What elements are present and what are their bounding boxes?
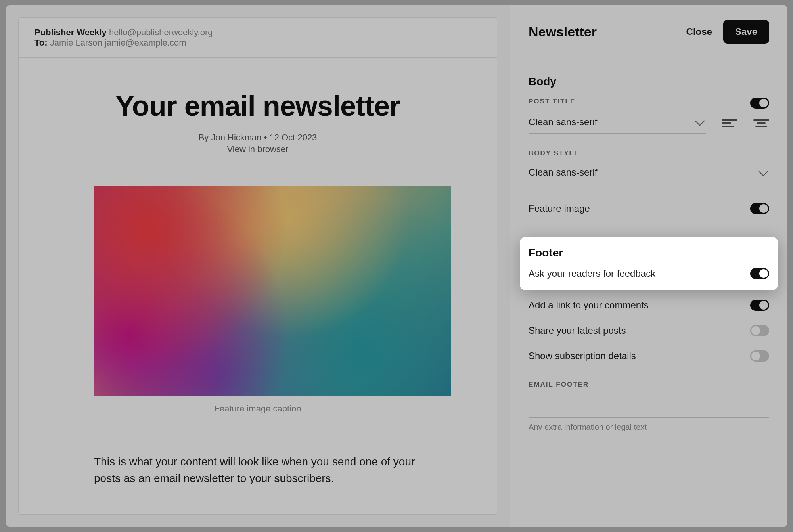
align-left-button[interactable]	[722, 115, 737, 131]
body-preview-text: This is what your content will look like…	[94, 454, 421, 487]
chevron-down-icon	[758, 166, 768, 176]
latest-posts-toggle[interactable]	[750, 325, 769, 336]
footer-item-label: Ask your readers for feedback	[529, 268, 655, 279]
post-title-font-value: Clean sans-serif	[529, 117, 597, 128]
byline: By Jon Hickman • 12 Oct 2023	[94, 132, 421, 143]
from-name: Publisher Weekly	[34, 27, 107, 37]
post-title-label: POST TITLE	[529, 98, 742, 105]
from-email: hello@publisherweekly.org	[109, 27, 213, 37]
view-in-browser-link[interactable]: View in browser	[94, 144, 421, 155]
save-button[interactable]: Save	[723, 20, 769, 44]
email-footer-input[interactable]	[529, 394, 769, 418]
footer-section-heading: Footer	[529, 247, 769, 259]
email-footer-label: EMAIL FOOTER	[529, 381, 769, 388]
footer-item-label: Add a link to your comments	[529, 300, 649, 311]
footer-item-label: Show subscription details	[529, 350, 636, 362]
feature-image-caption: Feature image caption	[94, 404, 421, 414]
feature-image-label: Feature image	[529, 203, 590, 214]
body-section-heading: Body	[529, 75, 769, 88]
feedback-toggle[interactable]	[750, 268, 769, 279]
body-style-font-select[interactable]: Clean sans-serif	[529, 163, 769, 184]
comments-link-toggle[interactable]	[750, 300, 769, 311]
to-label: To:	[34, 38, 48, 48]
to-email: jamie@example.com	[105, 38, 186, 48]
settings-panel: Newsletter Close Save Body POST TITLE	[510, 5, 787, 527]
feature-image	[94, 186, 451, 396]
footer-section-highlight: Footer Ask your readers for feedback	[520, 237, 778, 290]
email-header: Publisher Weekly hello@publisherweekly.o…	[19, 18, 497, 58]
to-name: Jamie Larson	[50, 38, 102, 48]
email-preview-pane: Publisher Weekly hello@publisherweekly.o…	[6, 5, 510, 527]
close-button[interactable]: Close	[686, 26, 712, 37]
body-style-font-value: Clean sans-serif	[529, 167, 597, 178]
post-title-font-select[interactable]: Clean sans-serif	[529, 113, 706, 134]
body-section: Body POST TITLE Clean sans-serif	[529, 75, 769, 221]
chevron-down-icon	[695, 116, 705, 126]
email-preview-card: Publisher Weekly hello@publisherweekly.o…	[18, 17, 497, 515]
newsletter-title: Your email newsletter	[94, 90, 421, 122]
footer-item-label: Share your latest posts	[529, 325, 626, 336]
body-style-label: BODY STYLE	[529, 149, 769, 157]
align-center-button[interactable]	[753, 115, 769, 131]
feature-image-toggle[interactable]	[750, 203, 769, 214]
subscription-details-toggle[interactable]	[750, 350, 769, 362]
panel-title: Newsletter	[529, 24, 597, 40]
post-title-toggle[interactable]	[750, 98, 769, 109]
email-footer-helper: Any extra information or legal text	[529, 423, 769, 432]
